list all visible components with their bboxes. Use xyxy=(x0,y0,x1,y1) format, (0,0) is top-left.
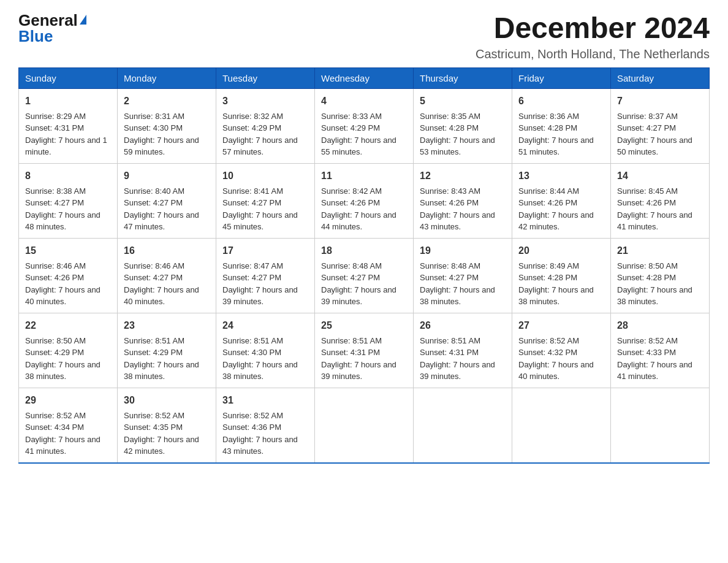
daylight-info: Daylight: 7 hours and 48 minutes. xyxy=(25,210,100,232)
column-header-thursday: Thursday xyxy=(414,67,512,88)
calendar-cell: 20 Sunrise: 8:49 AM Sunset: 4:28 PM Dayl… xyxy=(512,238,611,313)
day-number: 5 xyxy=(420,94,506,109)
day-number: 23 xyxy=(124,318,210,333)
day-number: 26 xyxy=(420,318,506,333)
calendar-cell: 3 Sunrise: 8:32 AM Sunset: 4:29 PM Dayli… xyxy=(216,88,315,163)
sunrise-info: Sunrise: 8:33 AM xyxy=(321,112,382,121)
sunset-info: Sunset: 4:29 PM xyxy=(25,348,84,357)
daylight-info: Daylight: 7 hours and 41 minutes. xyxy=(617,210,692,232)
calendar-cell: 21 Sunrise: 8:50 AM Sunset: 4:28 PM Dayl… xyxy=(611,238,710,313)
day-number: 24 xyxy=(222,318,308,333)
logo-blue-text: Blue xyxy=(18,28,53,44)
sunset-info: Sunset: 4:33 PM xyxy=(617,348,676,357)
day-number: 19 xyxy=(420,243,506,258)
calendar-cell: 26 Sunrise: 8:51 AM Sunset: 4:31 PM Dayl… xyxy=(414,313,512,388)
day-number: 4 xyxy=(321,94,407,109)
daylight-info: Daylight: 7 hours and 55 minutes. xyxy=(321,136,396,157)
daylight-info: Daylight: 7 hours and 1 minute. xyxy=(25,136,107,157)
daylight-info: Daylight: 7 hours and 38 minutes. xyxy=(617,285,692,307)
sunrise-info: Sunrise: 8:52 AM xyxy=(518,336,579,345)
daylight-info: Daylight: 7 hours and 38 minutes. xyxy=(25,360,100,381)
sunrise-info: Sunrise: 8:40 AM xyxy=(124,186,184,196)
week-row-5: 29 Sunrise: 8:52 AM Sunset: 4:34 PM Dayl… xyxy=(19,388,710,463)
daylight-info: Daylight: 7 hours and 39 minutes. xyxy=(321,285,396,307)
calendar-body: 1 Sunrise: 8:29 AM Sunset: 4:31 PM Dayli… xyxy=(19,88,710,463)
calendar-cell: 8 Sunrise: 8:38 AM Sunset: 4:27 PM Dayli… xyxy=(19,163,118,238)
day-number: 15 xyxy=(25,243,111,258)
sunrise-info: Sunrise: 8:48 AM xyxy=(420,261,480,270)
daylight-info: Daylight: 7 hours and 50 minutes. xyxy=(617,136,692,157)
daylight-info: Daylight: 7 hours and 38 minutes. xyxy=(124,360,199,381)
logo-triangle-icon xyxy=(80,15,86,25)
day-number: 13 xyxy=(518,169,604,183)
daylight-info: Daylight: 7 hours and 40 minutes. xyxy=(518,360,594,381)
week-row-1: 1 Sunrise: 8:29 AM Sunset: 4:31 PM Dayli… xyxy=(19,88,710,163)
day-number: 25 xyxy=(321,318,407,333)
day-number: 20 xyxy=(518,243,604,258)
calendar-cell: 25 Sunrise: 8:51 AM Sunset: 4:31 PM Dayl… xyxy=(315,313,414,388)
calendar-cell: 9 Sunrise: 8:40 AM Sunset: 4:27 PM Dayli… xyxy=(118,163,216,238)
day-number: 28 xyxy=(617,318,703,333)
sunset-info: Sunset: 4:29 PM xyxy=(222,123,281,132)
sunset-info: Sunset: 4:27 PM xyxy=(25,198,84,207)
location-title: Castricum, North Holland, The Netherland… xyxy=(476,47,710,61)
daylight-info: Daylight: 7 hours and 39 minutes. xyxy=(321,360,396,381)
sunrise-info: Sunrise: 8:36 AM xyxy=(518,112,579,121)
day-number: 11 xyxy=(321,169,407,183)
sunset-info: Sunset: 4:36 PM xyxy=(222,423,281,432)
week-row-3: 15 Sunrise: 8:46 AM Sunset: 4:26 PM Dayl… xyxy=(19,238,710,313)
sunrise-info: Sunrise: 8:52 AM xyxy=(25,411,86,420)
daylight-info: Daylight: 7 hours and 39 minutes. xyxy=(420,360,495,381)
sunrise-info: Sunrise: 8:52 AM xyxy=(124,411,184,420)
day-number: 29 xyxy=(25,393,111,408)
sunrise-info: Sunrise: 8:46 AM xyxy=(25,261,86,270)
column-header-wednesday: Wednesday xyxy=(315,67,414,88)
title-block: December 2024 Castricum, North Holland, … xyxy=(476,12,710,61)
calendar-cell: 22 Sunrise: 8:50 AM Sunset: 4:29 PM Dayl… xyxy=(19,313,118,388)
sunset-info: Sunset: 4:26 PM xyxy=(321,198,380,207)
calendar-cell xyxy=(512,388,611,463)
calendar-cell: 24 Sunrise: 8:51 AM Sunset: 4:30 PM Dayl… xyxy=(216,313,315,388)
sunrise-info: Sunrise: 8:51 AM xyxy=(222,336,283,345)
day-number: 21 xyxy=(617,243,703,258)
sunrise-info: Sunrise: 8:48 AM xyxy=(321,261,382,270)
daylight-info: Daylight: 7 hours and 57 minutes. xyxy=(222,136,298,157)
daylight-info: Daylight: 7 hours and 38 minutes. xyxy=(222,360,298,381)
daylight-info: Daylight: 7 hours and 39 minutes. xyxy=(222,285,298,307)
daylight-info: Daylight: 7 hours and 53 minutes. xyxy=(420,136,495,157)
day-number: 7 xyxy=(617,94,703,109)
daylight-info: Daylight: 7 hours and 44 minutes. xyxy=(321,210,396,232)
sunset-info: Sunset: 4:27 PM xyxy=(617,123,676,132)
calendar-cell: 19 Sunrise: 8:48 AM Sunset: 4:27 PM Dayl… xyxy=(414,238,512,313)
column-header-sunday: Sunday xyxy=(19,67,118,88)
logo: General Blue xyxy=(18,12,86,44)
logo-general-text: General xyxy=(18,12,78,28)
sunrise-info: Sunrise: 8:51 AM xyxy=(321,336,382,345)
daylight-info: Daylight: 7 hours and 51 minutes. xyxy=(518,136,594,157)
sunrise-info: Sunrise: 8:44 AM xyxy=(518,186,579,196)
sunset-info: Sunset: 4:27 PM xyxy=(124,273,183,282)
sunrise-info: Sunrise: 8:37 AM xyxy=(617,112,678,121)
day-number: 31 xyxy=(222,393,308,408)
daylight-info: Daylight: 7 hours and 40 minutes. xyxy=(25,285,100,307)
sunset-info: Sunset: 4:28 PM xyxy=(420,123,479,132)
sunset-info: Sunset: 4:27 PM xyxy=(420,273,479,282)
daylight-info: Daylight: 7 hours and 40 minutes. xyxy=(124,285,199,307)
sunset-info: Sunset: 4:28 PM xyxy=(518,123,577,132)
sunset-info: Sunset: 4:27 PM xyxy=(222,273,281,282)
sunset-info: Sunset: 4:32 PM xyxy=(518,348,577,357)
day-number: 30 xyxy=(124,393,210,408)
sunset-info: Sunset: 4:29 PM xyxy=(124,348,183,357)
sunset-info: Sunset: 4:31 PM xyxy=(25,123,84,132)
calendar-cell: 27 Sunrise: 8:52 AM Sunset: 4:32 PM Dayl… xyxy=(512,313,611,388)
sunrise-info: Sunrise: 8:52 AM xyxy=(222,411,283,420)
sunset-info: Sunset: 4:28 PM xyxy=(617,273,676,282)
calendar-cell: 1 Sunrise: 8:29 AM Sunset: 4:31 PM Dayli… xyxy=(19,88,118,163)
week-row-4: 22 Sunrise: 8:50 AM Sunset: 4:29 PM Dayl… xyxy=(19,313,710,388)
day-number: 2 xyxy=(124,94,210,109)
sunset-info: Sunset: 4:27 PM xyxy=(124,198,183,207)
sunset-info: Sunset: 4:27 PM xyxy=(222,198,281,207)
calendar-header: SundayMondayTuesdayWednesdayThursdayFrid… xyxy=(19,67,710,88)
calendar-cell xyxy=(611,388,710,463)
sunrise-info: Sunrise: 8:51 AM xyxy=(420,336,480,345)
